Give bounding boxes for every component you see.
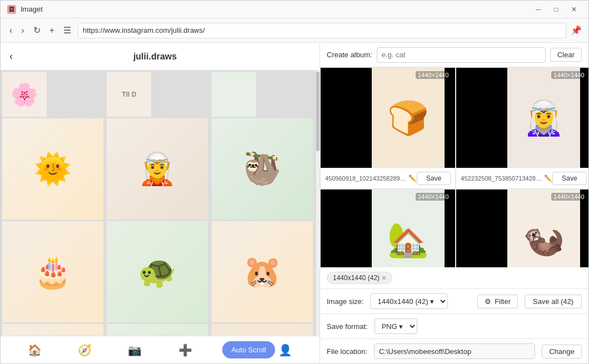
image-grid-wrapper: 🍞 1440×1440 450960918_10214325828954657_… <box>320 67 588 267</box>
black-bar-right-4 <box>580 190 588 267</box>
list-item[interactable]: 🐹 <box>212 221 313 322</box>
image-card-inner-2: 🧝‍♀️ 1440×1440 <box>456 68 588 168</box>
tag-text: 1440x1440 (42) <box>333 274 380 282</box>
image-dimensions-1: 1440×1440 <box>416 71 451 79</box>
image-card-2: 🧝‍♀️ 1440×1440 452232508_753850713428958… <box>456 67 588 189</box>
feed-scrollbar-thumb <box>316 72 320 151</box>
back-button[interactable]: ‹ <box>7 23 14 38</box>
tag-close-button[interactable]: × <box>382 274 386 282</box>
black-bar-left-4 <box>456 190 507 267</box>
reels-nav-button[interactable]: 📷 <box>123 339 146 361</box>
window-controls: ─ □ ✕ <box>531 3 582 16</box>
list-item[interactable]: 🐤 <box>2 324 103 336</box>
list-item[interactable]: 🐱 <box>107 324 208 336</box>
forward-button[interactable]: › <box>19 23 26 38</box>
image-preview-3: 🏡 <box>321 190 455 267</box>
image-card-inner-1: 🍞 1440×1440 <box>321 68 455 168</box>
black-bar-left-1 <box>321 68 372 168</box>
save-button-2[interactable]: Save <box>552 172 586 185</box>
save-all-button[interactable]: Save all (42) <box>525 295 582 308</box>
format-select[interactable]: PNG ▾ JPG WEBP <box>375 318 417 334</box>
black-bar-right-3 <box>445 190 455 267</box>
image-preview-2: 🧝‍♀️ <box>456 68 588 168</box>
address-bar: ‹ › ↻ + ☰ 📌 <box>1 18 588 43</box>
image-dimensions-3: 1440×1440 <box>416 193 451 201</box>
create-album-label: Create album: <box>327 51 372 59</box>
explore-nav-button[interactable]: 🧭 <box>73 339 96 361</box>
list-item[interactable]: 🎂 <box>2 221 103 322</box>
minimize-button[interactable]: ─ <box>531 3 546 16</box>
image-size-label: Image size: <box>327 297 363 306</box>
illustration-house: 🏡 <box>372 190 445 267</box>
list-item[interactable]: 🌞 <box>2 118 103 220</box>
create-nav-button[interactable]: ➕ <box>174 339 197 361</box>
image-card-footer-1: 450960918_10214325828954657_4 ✏️ Save <box>321 168 455 188</box>
list-item[interactable]: 🐢 <box>107 221 208 322</box>
list-item[interactable]: 🧝 <box>107 118 208 220</box>
title-bar: 🖼 Imaget ─ □ ✕ <box>1 1 588 18</box>
save-format-label: Save format: <box>327 322 368 331</box>
black-bar-right-1 <box>445 68 455 168</box>
illustration-girl: 🧝‍♀️ <box>507 68 580 168</box>
refresh-button[interactable]: ↻ <box>31 23 43 38</box>
feed-cell-top[interactable]: 🌸 <box>2 72 47 117</box>
address-icon: ☰ <box>61 23 73 38</box>
image-filename-2: 452232508_753850713428958_388 <box>461 175 544 182</box>
save-button-1[interactable]: Save <box>417 172 451 185</box>
feed-cell-top2[interactable]: TII D <box>107 72 151 117</box>
file-location-input[interactable] <box>374 343 535 359</box>
image-card-1: 🍞 1440×1440 450960918_10214325828954657_… <box>320 67 456 189</box>
image-card-footer-2: 452232508_753850713428958_388 ✏️ Save <box>456 168 588 188</box>
bottom-navigation: 🏠 🧭 📷 ➕ ✈️ 👤 Auto Scroll <box>1 336 320 363</box>
list-item[interactable]: 🍄 <box>212 324 313 336</box>
edit-icon-2[interactable]: ✏️ <box>544 174 552 182</box>
maximize-button[interactable]: □ <box>548 3 564 16</box>
black-bar-left-2 <box>456 68 507 168</box>
edit-icon-1[interactable]: ✏️ <box>408 174 417 182</box>
clear-button[interactable]: Clear <box>550 48 582 62</box>
profile-nav-button[interactable]: 👤 <box>274 339 297 361</box>
app-window: 🖼 Imaget ─ □ ✕ ‹ › ↻ + ☰ 📌 ‹ julii.draws <box>0 0 589 364</box>
close-button[interactable]: ✕ <box>566 3 582 16</box>
black-bar-left-3 <box>321 190 372 267</box>
app-icon: 🖼 <box>7 5 16 14</box>
main-content: ‹ julii.draws 🌸 TII D 🌞 🧝 🦥 🎂 🐢 <box>1 43 588 363</box>
image-grid-container: 🍞 1440×1440 450960918_10214325828954657_… <box>320 67 588 267</box>
image-size-select[interactable]: 1440x1440 (42) ▾ All sizes <box>370 293 448 309</box>
right-panel: Create album: Clear 🍞 <box>320 43 588 363</box>
feed-grid: 🌸 TII D 🌞 🧝 🦥 🎂 🐢 🐹 🐤 🐱 🍄 <box>1 71 316 336</box>
filter-button[interactable]: ⚙ Filter <box>477 295 518 308</box>
home-nav-button[interactable]: 🏠 <box>23 339 46 361</box>
format-bar: Save format: PNG ▾ JPG WEBP <box>320 314 588 339</box>
image-card-4: 🦦 1440×1440 <box>456 189 588 267</box>
image-card-3: 🏡 1440×1440 <box>320 189 456 267</box>
filter-label: Filter <box>495 297 511 306</box>
create-album-input[interactable] <box>377 47 546 63</box>
list-item[interactable]: 🦥 <box>212 118 313 220</box>
feed-wrapper: 🌸 TII D 🌞 🧝 🦥 🎂 🐢 🐹 🐤 🐱 🍄 <box>1 71 320 336</box>
file-location-bar: File location: Change <box>320 339 588 363</box>
feed-cell-top3[interactable] <box>212 72 256 117</box>
illustration-toast: 🍞 <box>372 68 445 168</box>
image-dimensions-2: 1440×1440 <box>551 71 586 79</box>
feed-title: julii.draws <box>133 52 177 62</box>
auto-scroll-button[interactable]: Auto Scroll <box>222 341 275 358</box>
filter-icon: ⚙ <box>485 297 491 306</box>
black-bar-right-2 <box>580 68 588 168</box>
feed-back-button[interactable]: ‹ <box>9 51 13 62</box>
tag-chip: 1440x1440 (42) × <box>327 272 392 284</box>
feed-header: ‹ julii.draws <box>1 43 320 71</box>
new-tab-button[interactable]: + <box>47 23 57 38</box>
controls-bar: Image size: 1440x1440 (42) ▾ All sizes ⚙… <box>320 289 588 314</box>
illustration-otter: 🦦 <box>507 190 580 267</box>
image-preview-1: 🍞 <box>321 68 455 168</box>
image-grid: 🍞 1440×1440 450960918_10214325828954657_… <box>320 67 588 267</box>
change-location-button[interactable]: Change <box>542 345 582 358</box>
app-title: Imaget <box>21 5 526 13</box>
address-input[interactable] <box>78 23 566 38</box>
image-dimensions-4: 1440×1440 <box>551 193 586 201</box>
image-card-inner-3: 🏡 1440×1440 <box>321 190 455 267</box>
image-card-inner-4: 🦦 1440×1440 <box>456 190 588 267</box>
bookmark-button[interactable]: 📌 <box>571 25 582 36</box>
feed-scrollbar[interactable] <box>316 71 320 336</box>
